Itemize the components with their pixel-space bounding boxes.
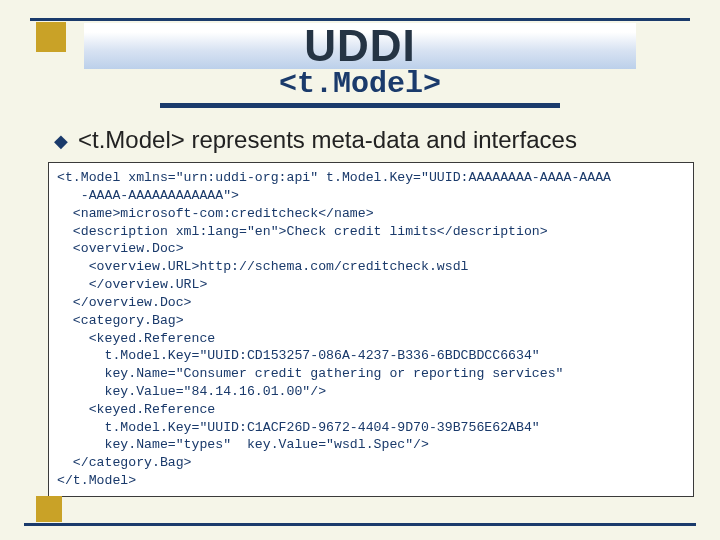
accent-square-top <box>36 22 66 52</box>
body: ◆ <t.Model> represents meta-data and int… <box>24 126 696 497</box>
title-underline <box>160 103 560 108</box>
title-block: UDDI <t.Model> <box>24 23 696 108</box>
slide: UDDI <t.Model> ◆ <t.Model> represents me… <box>0 0 720 540</box>
bullet-row: ◆ <t.Model> represents meta-data and int… <box>54 126 688 156</box>
bullet-text: <t.Model> represents meta-data and inter… <box>78 126 577 154</box>
accent-square-bottom <box>36 496 62 522</box>
code-box: <t.Model xmlns="urn:uddi-org:api" t.Mode… <box>48 162 694 497</box>
slide-title: UDDI <box>84 23 636 69</box>
bottom-rule <box>24 523 696 526</box>
bullet-icon: ◆ <box>54 126 68 156</box>
slide-subtitle: <t.Model> <box>24 67 696 101</box>
